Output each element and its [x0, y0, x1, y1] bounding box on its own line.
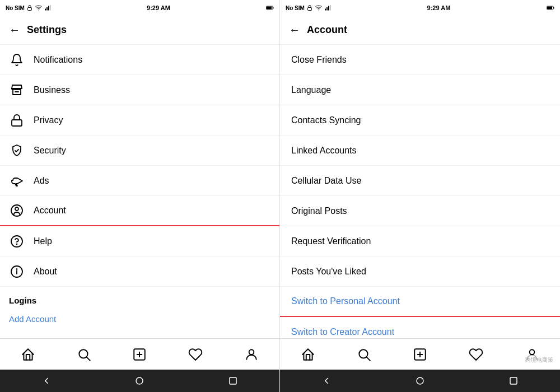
left-back-button[interactable]: ← — [9, 24, 20, 36]
right-android-home-btn[interactable] — [411, 372, 429, 390]
left-menu-list: Notifications Business — [0, 45, 279, 338]
info-circle-icon — [9, 264, 25, 279]
svg-line-33 — [367, 357, 370, 360]
business-label: Business — [34, 85, 70, 95]
left-status-bar: No SIM 9:29 AM — [0, 0, 279, 16]
right-android-recents-btn[interactable] — [505, 372, 522, 390]
right-header-title: Account — [307, 24, 347, 36]
svg-rect-1 — [45, 9, 46, 11]
request-verification-label: Request Verification — [291, 236, 371, 246]
svg-rect-6 — [267, 7, 272, 10]
account-item-request-verification[interactable]: Request Verification — [280, 226, 560, 256]
logins-section-header: Logins — [0, 287, 279, 310]
battery-icon-left — [266, 4, 274, 11]
posts-liked-label: Posts You've Liked — [291, 267, 366, 277]
shop-icon — [9, 82, 25, 98]
right-no-sim-text: No SIM — [286, 5, 305, 11]
left-status-time: 9:29 AM — [147, 4, 170, 11]
svg-rect-23 — [230, 377, 236, 384]
settings-item-privacy[interactable]: Privacy — [0, 105, 279, 136]
shield-icon — [9, 143, 25, 158]
android-home-btn[interactable] — [130, 372, 148, 390]
help-label: Help — [34, 236, 52, 246]
plus-square-nav-icon[interactable] — [128, 343, 151, 366]
home-nav-icon[interactable] — [17, 343, 39, 366]
right-status-right — [547, 4, 554, 11]
svg-rect-7 — [273, 7, 274, 9]
svg-point-21 — [249, 349, 254, 354]
left-header: ← Settings — [0, 16, 279, 45]
svg-rect-31 — [553, 7, 554, 9]
no-sim-text: No SIM — [6, 5, 25, 11]
right-wifi-icon — [315, 4, 323, 11]
profile-nav-icon[interactable] — [240, 343, 263, 366]
right-status-time: 9:29 AM — [427, 4, 451, 11]
svg-point-37 — [530, 349, 535, 354]
account-item-contacts-syncing[interactable]: Contacts Syncing — [280, 105, 560, 136]
svg-rect-30 — [547, 7, 552, 10]
notifications-label: Notifications — [34, 55, 82, 65]
about-label: About — [34, 267, 57, 277]
right-signal-icon — [324, 4, 331, 11]
right-heart-nav-icon[interactable] — [465, 343, 487, 366]
account-item-close-friends[interactable]: Close Friends — [280, 45, 560, 75]
account-item-language[interactable]: Language — [280, 75, 560, 105]
svg-rect-3 — [48, 6, 49, 11]
svg-point-22 — [136, 377, 143, 384]
account-item-posts-liked[interactable]: Posts You've Liked — [280, 256, 560, 287]
account-item-cellular-data[interactable]: Cellular Data Use — [280, 166, 560, 196]
right-battery-icon — [547, 4, 554, 11]
settings-item-help[interactable]: Help — [0, 226, 279, 256]
heart-nav-icon[interactable] — [184, 343, 207, 366]
right-profile-nav-icon[interactable] — [521, 343, 543, 366]
settings-item-notifications[interactable]: Notifications — [0, 45, 279, 75]
svg-rect-25 — [325, 9, 326, 11]
add-account-item[interactable]: Add Account — [0, 310, 279, 333]
right-plus-square-nav-icon[interactable] — [409, 343, 431, 366]
original-posts-label: Original Posts — [291, 206, 347, 216]
settings-item-security[interactable]: Security — [0, 136, 279, 166]
svg-point-15 — [17, 269, 17, 269]
left-phone-panel: No SIM 9:29 AM ← Settings Notifications — [0, 0, 280, 392]
account-label: Account — [34, 206, 66, 216]
switch-personal-label: Switch to Personal Account — [291, 296, 400, 306]
settings-item-about[interactable]: About — [0, 256, 279, 287]
right-android-back-btn[interactable] — [318, 372, 335, 390]
svg-rect-39 — [510, 377, 517, 384]
svg-rect-2 — [46, 7, 48, 11]
settings-item-business[interactable]: Business — [0, 75, 279, 105]
settings-item-ads[interactable]: Ads — [0, 166, 279, 196]
right-back-button[interactable]: ← — [289, 24, 300, 36]
right-lock-icon — [306, 4, 313, 11]
right-home-nav-icon[interactable] — [297, 343, 319, 366]
cellular-data-label: Cellular Data Use — [291, 176, 361, 186]
left-status-right — [266, 4, 274, 11]
svg-point-10 — [15, 207, 18, 211]
right-search-nav-icon[interactable] — [353, 343, 375, 366]
lock-status-icon — [26, 4, 33, 11]
right-android-nav — [280, 370, 560, 392]
account-item-switch-personal[interactable]: Switch to Personal Account — [280, 287, 560, 317]
android-recents-btn[interactable] — [224, 372, 242, 390]
account-item-switch-creator[interactable]: Switch to Creator Account — [280, 317, 560, 338]
wifi-icon — [35, 4, 43, 11]
right-phone-panel: No SIM 9:29 AM ← Account Close Friends L… — [280, 0, 560, 392]
right-bottom-nav — [280, 338, 560, 370]
android-back-btn[interactable] — [38, 372, 55, 390]
security-label: Security — [34, 146, 66, 156]
search-nav-icon[interactable] — [73, 343, 95, 366]
svg-point-12 — [17, 244, 17, 244]
svg-line-17 — [87, 357, 90, 360]
close-friends-label: Close Friends — [291, 55, 347, 65]
account-item-original-posts[interactable]: Original Posts — [280, 196, 560, 226]
svg-rect-0 — [27, 8, 31, 11]
privacy-label: Privacy — [34, 115, 63, 125]
settings-item-account[interactable]: Account — [0, 196, 279, 226]
left-bottom-nav — [0, 338, 279, 370]
account-item-linked-accounts[interactable]: Linked Accounts — [280, 136, 560, 166]
contacts-syncing-label: Contacts Syncing — [291, 115, 361, 125]
bell-icon — [9, 52, 25, 68]
svg-rect-28 — [330, 5, 331, 11]
right-status-left: No SIM — [286, 4, 331, 11]
language-label: Language — [291, 85, 331, 95]
